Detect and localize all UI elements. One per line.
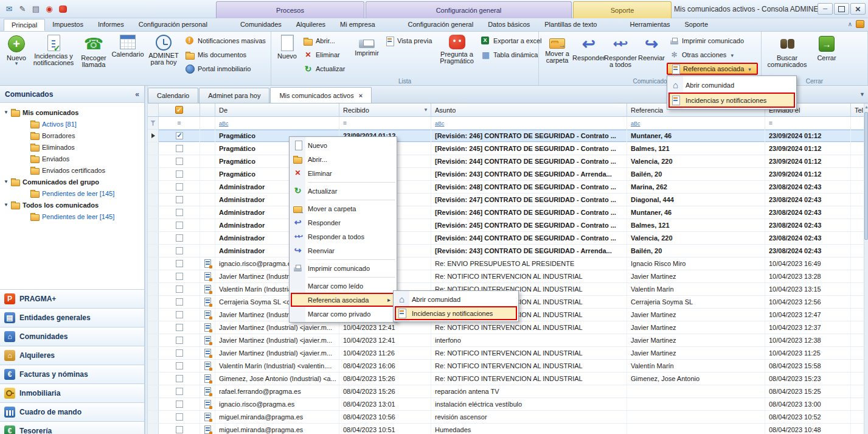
restore-button[interactable] — [834, 3, 849, 15]
scroll-up-icon[interactable] — [864, 103, 868, 111]
module-nav-item[interactable]: Comunidades — [0, 327, 144, 346]
row-checkbox-cell[interactable] — [159, 309, 200, 321]
vista-previa-button[interactable]: Vista previa — [382, 35, 436, 47]
filter-type-icon[interactable] — [435, 120, 445, 127]
document-tab[interactable]: Mis comunicados activos — [270, 87, 372, 103]
context-menu-item[interactable]: Eliminar — [291, 166, 395, 180]
table-row[interactable]: Pragmático 23/09/2024 01:12 [Revisión: 2… — [148, 142, 868, 155]
row-checkbox-cell[interactable] — [159, 257, 200, 270]
row-checkbox[interactable] — [176, 260, 183, 267]
dropdown-menu-item[interactable]: Abrir comunidad — [668, 77, 795, 93]
quick-access-icon[interactable] — [43, 2, 56, 16]
table-row[interactable]: Administrador 23/08/2024 02:43 [Revisión… — [148, 245, 868, 257]
module-nav-item[interactable]: Cuadro de mando — [0, 402, 144, 421]
quick-access-icon[interactable] — [56, 2, 69, 16]
row-checkbox-cell[interactable] — [159, 321, 200, 334]
collapse-ribbon-icon[interactable]: ∧ — [848, 21, 852, 27]
column-header[interactable] — [200, 103, 215, 116]
filter-cell[interactable] — [627, 117, 765, 129]
tree-item[interactable]: Pendientes de leer [145] — [0, 187, 144, 199]
column-header[interactable]: Tel... — [851, 103, 864, 116]
actualizar-button[interactable]: Actualizar — [300, 63, 352, 75]
row-checkbox[interactable] — [176, 234, 183, 242]
filter-type-icon[interactable] — [769, 120, 773, 127]
row-checkbox-cell[interactable] — [159, 245, 200, 257]
recoger-llamada-button[interactable]: Recoger llamada — [77, 33, 111, 76]
row-checkbox-cell[interactable] — [159, 373, 200, 385]
tree-item[interactable]: Todos los comunicados — [0, 199, 144, 211]
table-row[interactable]: miguel.miranda@pragma.es 08/04/2023 10:5… — [148, 411, 868, 424]
context-menu-item[interactable]: Responder a todos — [291, 229, 395, 243]
filter-type-icon[interactable] — [631, 120, 641, 127]
scrollbar-thumb[interactable] — [864, 112, 868, 240]
table-row[interactable]: Gimenez, Jose Antonio (Industrial) <a...… — [148, 373, 868, 385]
row-checkbox-cell[interactable] — [159, 219, 200, 231]
quick-access-icon[interactable] — [16, 2, 29, 16]
ribbon-tab[interactable]: Comunidades — [233, 18, 289, 31]
row-checkbox[interactable] — [176, 426, 183, 433]
exportar-excel-button[interactable]: Exportar a excel — [478, 35, 541, 47]
context-menu-item[interactable]: Marcar como privado — [291, 307, 395, 321]
row-checkbox-cell[interactable] — [159, 360, 200, 372]
module-nav-item[interactable]: Tesorería — [0, 421, 144, 434]
ribbon-tab[interactable]: Plantillas de texto — [537, 18, 604, 31]
table-row[interactable]: ignacio.risco@pragma.es 08/04/2023 13:01… — [148, 398, 868, 411]
ribbon-tab[interactable]: Impuestos — [45, 18, 91, 31]
tree-item[interactable]: Comunicados del grupo — [0, 176, 144, 187]
context-menu-item[interactable]: Marcar como leído — [291, 279, 395, 293]
module-nav-item[interactable]: Inmobiliaria — [0, 383, 144, 402]
imprimir-button[interactable]: Imprimir — [352, 33, 382, 76]
incidencias-notificaciones-button[interactable]: Incidencias y notificaciones — [30, 33, 77, 76]
row-checkbox-cell[interactable] — [159, 385, 200, 397]
close-button[interactable] — [850, 3, 866, 15]
eliminar-button[interactable]: Eliminar — [300, 49, 352, 61]
table-row[interactable]: Javier Martinez (Industrial) <javier.m..… — [148, 334, 868, 347]
responder-todos-button[interactable]: Responder a todos — [605, 33, 636, 76]
row-checkbox[interactable] — [176, 273, 183, 280]
context-menu-item[interactable]: Actualizar — [291, 184, 395, 198]
tree-item[interactable]: Pendientes de leer [145] — [0, 211, 144, 222]
row-checkbox[interactable] — [176, 362, 183, 369]
filter-cell[interactable] — [339, 117, 431, 129]
row-checkbox[interactable] — [176, 196, 183, 203]
ribbon-tab[interactable]: Configuración personal — [131, 18, 215, 31]
row-checkbox[interactable] — [176, 222, 183, 229]
row-checkbox-cell[interactable] — [159, 334, 200, 346]
tree-item[interactable]: Enviados certificados — [0, 164, 144, 176]
tree-item[interactable]: Mis comunicados — [0, 107, 144, 118]
mover-carpeta-button[interactable]: Mover a carpeta — [541, 33, 573, 76]
ribbon-tab[interactable]: Soporte — [678, 18, 716, 31]
table-row[interactable]: Pragmático 23/09/2024 01:12 [Revisión: 2… — [148, 168, 868, 181]
table-row[interactable]: Javier Martinez (Industrial) <javier.m..… — [148, 270, 868, 283]
filter-type-icon[interactable] — [219, 120, 229, 127]
ribbon-tab[interactable]: Principal — [4, 19, 45, 31]
row-checkbox-cell[interactable] — [159, 168, 200, 180]
filter-cell[interactable] — [200, 117, 215, 129]
row-checkbox[interactable] — [176, 337, 183, 344]
context-menu-item[interactable]: Abrir... — [291, 152, 395, 166]
cerrar-button[interactable]: Cerrar — [810, 33, 843, 76]
row-checkbox[interactable] — [176, 132, 183, 139]
tree-item[interactable]: Activos [81] — [0, 118, 144, 130]
module-nav-item[interactable]: Alquileres — [0, 346, 144, 365]
tab-list-dropdown-icon[interactable] — [859, 91, 865, 97]
mis-documentos-button[interactable]: Mis documentos — [182, 49, 268, 61]
tree-item[interactable]: Eliminados — [0, 141, 144, 153]
row-checkbox-cell[interactable] — [159, 347, 200, 359]
filter-cell[interactable] — [851, 117, 864, 129]
help-icon[interactable] — [856, 20, 864, 28]
row-checkbox[interactable] — [176, 285, 183, 293]
filter-cell[interactable] — [765, 117, 851, 129]
table-row[interactable]: miguel.miranda@pragma.es 08/04/2023 10:5… — [148, 424, 868, 434]
calendario-button[interactable]: Calendario — [111, 33, 145, 76]
nuevo-lista-button[interactable]: Nuevo — [274, 33, 300, 76]
row-checkbox-cell[interactable] — [159, 194, 200, 206]
expander-icon[interactable] — [4, 179, 9, 184]
context-menu-item[interactable]: Nuevo — [291, 138, 395, 152]
row-checkbox[interactable] — [176, 158, 183, 165]
dropdown-menu-item[interactable]: Incidencias y notificaciones — [668, 93, 795, 108]
row-checkbox[interactable] — [176, 298, 183, 306]
column-header[interactable]: De — [215, 103, 339, 116]
filter-cell[interactable] — [159, 117, 200, 129]
table-row[interactable]: Javier Martinez (Industrial) <javier.m..… — [148, 347, 868, 360]
